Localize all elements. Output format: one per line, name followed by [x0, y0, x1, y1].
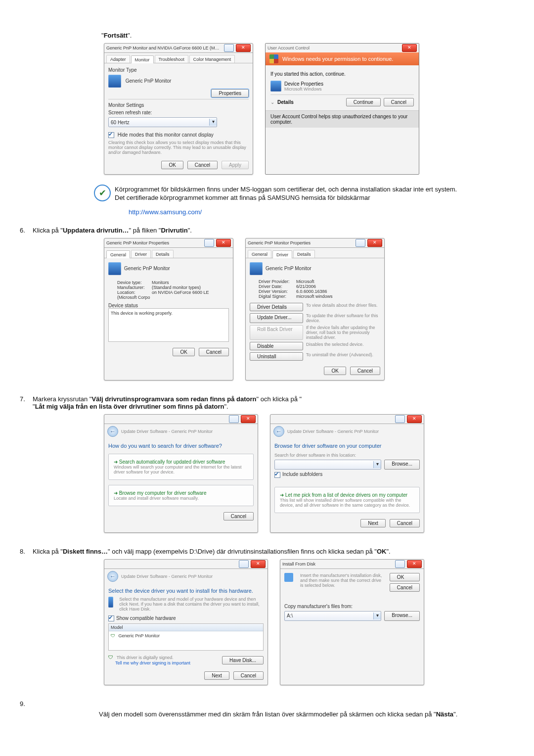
cancel-button[interactable]: Cancel [390, 519, 420, 527]
install-from-disk-dialog: Install From Disk ✕ Insert the manufactu… [280, 559, 424, 685]
minimize-button[interactable] [224, 44, 234, 52]
apply-button[interactable]: Apply [222, 161, 249, 169]
t: If the device fails after updating the d… [306, 325, 380, 340]
cancel-button[interactable]: Cancel [233, 671, 264, 680]
show-compatible-checkbox[interactable] [108, 615, 114, 621]
t: " och välj mapp (exempelvis D:\Drive) dä… [108, 548, 377, 555]
option-auto-search[interactable]: ➜ Search automatically for updated drive… [108, 454, 254, 480]
minimize-button[interactable] [239, 560, 249, 568]
next-button[interactable]: Next [204, 671, 229, 680]
samsung-link[interactable]: http://www.samsung.com/ [129, 208, 202, 216]
k: Driver Date: [259, 284, 296, 289]
next-button[interactable]: Next [360, 519, 386, 527]
path-select[interactable]: A:\ ▾ [284, 611, 381, 621]
browse-button[interactable]: Browse... [384, 611, 420, 621]
back-icon[interactable]: ← [107, 426, 118, 437]
ok-button[interactable]: OK [390, 573, 420, 581]
t: Diskett finns… [63, 548, 108, 555]
back-icon[interactable]: ← [273, 426, 284, 437]
cancel-button[interactable]: Cancel [384, 98, 414, 106]
tab-general[interactable]: General [106, 250, 130, 258]
cancel-button[interactable]: Cancel [187, 161, 218, 169]
close-icon[interactable]: ✕ [251, 560, 266, 568]
step8-number: 8. [20, 548, 33, 555]
minimize-button[interactable] [229, 415, 239, 423]
t: Klicka på " [33, 548, 63, 555]
uac-started: If you started this action, continue. [270, 71, 414, 77]
monitor-icon [108, 262, 121, 275]
devtype-label: Device type: [117, 280, 152, 285]
tab-driver[interactable]: Driver [272, 250, 292, 258]
update-driver-button[interactable]: Update Driver... [250, 313, 303, 323]
cancel-button[interactable]: Cancel [223, 512, 254, 520]
properties-button[interactable]: Properties [211, 89, 249, 97]
t: Välj drivrutinsprogramvara som redan fin… [91, 395, 256, 403]
manuf-val: (Standard monitor types) [152, 285, 201, 290]
continue-button[interactable]: Continue [346, 98, 381, 106]
devtype-val: Monitors [152, 280, 169, 285]
chevron-down-icon[interactable]: ⌄ [270, 99, 274, 105]
t: This list will show installed driver sof… [280, 498, 414, 508]
step9-number: 9. [20, 700, 33, 708]
uninstall-button[interactable]: Uninstall [250, 352, 303, 361]
browse-button[interactable]: Browse... [384, 460, 420, 470]
option-browse[interactable]: ➜ Browse my computer for driver software… [108, 485, 254, 506]
cancel-button[interactable]: Cancel [350, 367, 380, 375]
tab-color-management[interactable]: Color Management [189, 55, 235, 63]
back-icon[interactable]: ← [107, 571, 118, 582]
driver-details-button[interactable]: Driver Details [250, 303, 303, 311]
cert-line1: Körprogrammet för bildskärmen finns unde… [115, 186, 457, 193]
refresh-select[interactable]: 60 Hertz ▾ [108, 117, 217, 127]
option-pick-list[interactable]: ➜ Let me pick from a list of device driv… [274, 487, 420, 513]
status-label: Device status [108, 303, 229, 308]
t: To update the driver software for this d… [306, 313, 380, 323]
step6-a: Klicka på " [33, 227, 63, 234]
uac-details[interactable]: Details [277, 99, 294, 105]
disable-button[interactable]: Disable [250, 342, 303, 350]
close-icon[interactable]: ✕ [407, 415, 422, 423]
uac-footer: User Account Control helps stop unauthor… [266, 110, 419, 128]
t: Disables the selected device. [306, 342, 380, 350]
include-subfolders-checkbox[interactable] [274, 472, 280, 478]
hide-modes-checkbox[interactable] [108, 132, 114, 138]
ok-button[interactable]: OK [161, 161, 183, 169]
t: " och klicka på " [257, 395, 302, 403]
close-icon[interactable]: ✕ [241, 415, 256, 423]
rollback-button[interactable]: Roll Back Driver [250, 325, 303, 340]
tab-details[interactable]: Details [152, 250, 174, 258]
why-signing-link[interactable]: Tell me why driver signing is important [115, 661, 190, 665]
path-select[interactable]: ▾ [274, 460, 381, 470]
manuf-label: Manufacturer: [117, 285, 152, 290]
tab-driver[interactable]: Driver [131, 250, 151, 258]
cert-line2: Det certifierade körprogrammet kommer at… [115, 194, 457, 201]
t: OK [377, 548, 387, 555]
have-disk-button[interactable]: Have Disk... [222, 656, 264, 664]
close-icon[interactable]: ✕ [402, 44, 417, 52]
help-button[interactable] [395, 560, 405, 568]
tab-monitor[interactable]: Monitor [131, 55, 154, 63]
close-icon[interactable]: ✕ [407, 560, 422, 568]
wizard-question: Browse for driver software on your compu… [274, 443, 420, 449]
status-text: This device is working properly. [111, 311, 173, 316]
device-icon [270, 81, 281, 92]
cancel-button[interactable]: Cancel [199, 348, 229, 356]
k: Digital Signer: [259, 294, 296, 299]
minimize-button[interactable] [395, 415, 405, 423]
help-button[interactable] [204, 239, 214, 247]
ok-button[interactable]: OK [324, 367, 346, 375]
uac-item-vendor: Microsoft Windows [284, 87, 323, 92]
tab-details[interactable]: Details [293, 250, 315, 258]
ok-button[interactable]: OK [173, 348, 194, 356]
tab-troubleshoot[interactable]: Troubleshoot [155, 55, 188, 63]
monitor-icon [108, 597, 113, 608]
t: Search for driver software in this locat… [274, 453, 420, 458]
close-icon[interactable]: ✕ [367, 239, 382, 247]
t: ". [224, 403, 228, 410]
tab-adapter[interactable]: Adapter [106, 55, 130, 63]
close-icon[interactable]: ✕ [216, 239, 231, 247]
help-button[interactable] [356, 239, 365, 247]
list-item[interactable]: Generic PnP Monitor [119, 633, 160, 638]
close-icon[interactable]: ✕ [236, 44, 251, 52]
cancel-button[interactable]: Cancel [390, 583, 420, 592]
tab-general[interactable]: General [248, 250, 271, 258]
